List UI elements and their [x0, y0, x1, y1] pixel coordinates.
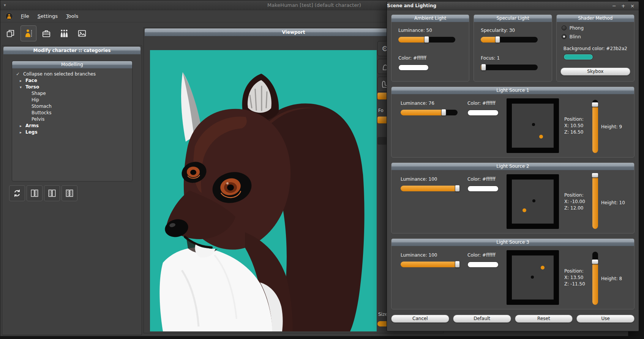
shader-method-panel: Shader Method Phong Blinn Background col… [556, 14, 635, 82]
light-position-map[interactable] [507, 98, 559, 153]
toolbar-materials-button[interactable] [38, 25, 54, 41]
tree-item-stomach[interactable]: Stomach [12, 103, 132, 110]
use-button[interactable]: Use [576, 315, 635, 323]
maximize-icon[interactable]: + [621, 3, 626, 9]
tree-item-label: Pelvis [32, 116, 44, 123]
height-slider[interactable] [592, 252, 598, 305]
dock-partial-focus-label: Fo [378, 108, 384, 113]
symmetry-toolbar [2, 185, 142, 202]
slider-handle[interactable] [455, 261, 460, 268]
tree-item-pelvis[interactable]: Pelvis [12, 116, 132, 123]
tree-item-label: Legs [25, 129, 38, 136]
position-x: X: 13.50 [564, 274, 585, 281]
toolbar-modelling-button[interactable] [21, 25, 36, 41]
background-color-swatch[interactable] [564, 54, 593, 60]
menu-file[interactable]: File [17, 11, 33, 22]
chevron-down-icon: ▾ [20, 84, 22, 90]
dock-partial-size-label: Size [378, 312, 388, 317]
window-menu-arrow-icon[interactable]: ▾ [4, 0, 6, 10]
specular-light-panel: Specular Light Specularity: 30 Focus: 1 [474, 14, 552, 82]
luminance-slider[interactable] [401, 186, 458, 191]
color-swatch[interactable] [467, 262, 499, 268]
luminance-slider[interactable] [401, 262, 458, 267]
dialog-menu-arrow-icon[interactable]: ▾ [390, 2, 393, 10]
tree-item-label: Stomach [32, 103, 52, 110]
origin-dot [532, 123, 535, 126]
tree-item-label: Buttocks [32, 110, 51, 116]
map-area[interactable] [512, 255, 554, 300]
slider-handle[interactable] [495, 36, 500, 43]
panel-title: Light Source 2 [391, 163, 634, 170]
position-title: Position: [564, 192, 585, 199]
ambient-luminance-slider[interactable] [398, 37, 455, 43]
dialog-title: Scene and Lighting [387, 3, 436, 8]
tree-item-legs[interactable]: ▸ Legs [12, 129, 132, 136]
dialog-window-controls: − + × [612, 2, 635, 10]
light-dot[interactable] [541, 266, 545, 270]
close-icon[interactable]: × [630, 3, 635, 9]
tree-item-shape[interactable]: Shape [12, 90, 132, 97]
toolbar-files-button[interactable] [3, 25, 19, 41]
color-swatch[interactable] [467, 110, 499, 116]
tree-item-collapse-toggle[interactable]: ✓ Collapse non selected branches [12, 71, 132, 77]
height-label: Height: 9 [601, 124, 622, 129]
files-icon [6, 28, 16, 38]
light-dot[interactable] [522, 208, 526, 212]
position-readout: Position: X: -10.00 Z: 12.00 [564, 192, 585, 211]
height-slider[interactable] [592, 176, 598, 229]
cancel-button[interactable]: Cancel [391, 315, 449, 323]
toolbar-pose-button[interactable] [56, 25, 72, 41]
slider-handle[interactable] [441, 109, 446, 116]
height-slider[interactable] [592, 100, 598, 153]
dialog-titlebar[interactable]: ▾ Scene and Lighting − + × [387, 2, 639, 10]
map-area[interactable] [512, 180, 554, 224]
image-icon [77, 28, 87, 38]
shader-option-phong[interactable]: Phong [562, 25, 584, 31]
map-area[interactable] [512, 104, 554, 148]
symmetry-right-button[interactable] [27, 185, 43, 201]
specularity-slider[interactable] [481, 37, 538, 43]
symmetry-both-icon [65, 188, 74, 198]
slider-handle[interactable] [481, 64, 486, 71]
symmetry-left-button[interactable] [44, 185, 60, 201]
ambient-luminance-label: Luminance: 50 [398, 28, 432, 33]
panel-title: Specular Light [474, 15, 551, 22]
slider-handle[interactable] [455, 185, 460, 192]
color-swatch[interactable] [467, 186, 499, 192]
minimize-icon[interactable]: − [612, 3, 617, 9]
color-label: Color: #ffffff [467, 177, 496, 182]
groupbox-title: Modelling [12, 61, 132, 68]
modelling-person-icon [24, 28, 33, 38]
tree-item-buttocks[interactable]: Buttocks [12, 110, 132, 116]
light-position-map[interactable] [507, 174, 559, 229]
slider-handle[interactable] [592, 102, 598, 107]
tree-item-torso[interactable]: ▾ Torso [12, 84, 132, 90]
light-position-map[interactable] [507, 250, 559, 305]
luminance-label: Luminance: 100 [401, 252, 437, 258]
shader-option-blinn[interactable]: Blinn [562, 34, 581, 39]
focus-slider[interactable] [481, 65, 538, 70]
dialog-content: Ambient Light Luminance: 50 Color: #ffff… [387, 10, 639, 331]
ambient-color-label: Color: #ffffff [398, 55, 426, 61]
skybox-button[interactable]: Skybox [560, 68, 630, 76]
viewport-canvas[interactable] [150, 50, 377, 331]
luminance-slider[interactable] [401, 110, 458, 115]
tree-item-arms[interactable]: ▸ Arms [12, 123, 132, 129]
menu-tools[interactable]: Tools [62, 11, 82, 22]
position-z: Z: 12.00 [564, 205, 585, 211]
sync-symmetry-button[interactable] [9, 185, 25, 201]
slider-handle[interactable] [592, 173, 598, 178]
luminance-label: Luminance: 76 [401, 101, 434, 106]
tree-item-hip[interactable]: Hip [12, 97, 132, 103]
menu-settings[interactable]: Settings [33, 11, 62, 22]
slider-handle[interactable] [592, 259, 598, 264]
reset-button[interactable]: Reset [515, 315, 573, 323]
slider-handle[interactable] [424, 36, 429, 43]
tree-item-face[interactable]: ▸ Face [12, 77, 132, 84]
toolbar-render-button[interactable] [74, 25, 90, 41]
tree-item-label: Hip [32, 97, 39, 103]
default-button[interactable]: Default [453, 315, 511, 323]
light-dot[interactable] [539, 135, 543, 139]
ambient-color-swatch[interactable] [398, 65, 429, 71]
symmetry-both-button[interactable] [62, 185, 77, 201]
